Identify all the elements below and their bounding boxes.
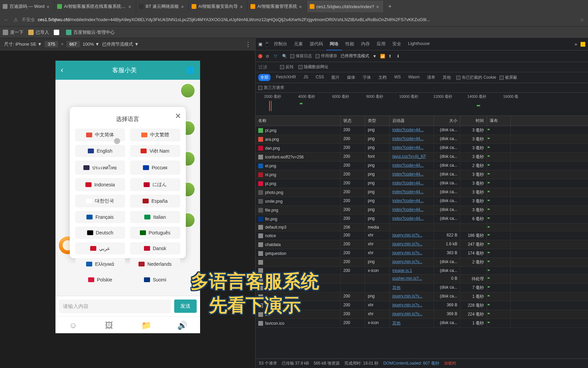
clear-icon[interactable]: ⊘ [266, 54, 271, 59]
browser-tab[interactable]: ces1.5rbjlwu.cfd/index/index?× [307, 1, 384, 12]
preserve-log-check[interactable]: 保留日志 [290, 53, 312, 59]
col-waterfall[interactable]: 瀑布 [487, 116, 511, 126]
download-icon[interactable]: ⬇ [396, 54, 401, 59]
col-initiator[interactable]: 启动器 [390, 116, 434, 126]
language-option[interactable]: عربي [75, 242, 126, 255]
nav-back-icon[interactable]: ← [3, 16, 10, 23]
language-option[interactable]: Việt Nam [130, 145, 180, 157]
globe-icon[interactable]: 🌐 [186, 66, 195, 74]
devtools-tab[interactable]: Lighthouse [405, 38, 433, 50]
table-row[interactable]: el.png 200 png index?code=44... (disk ca… [256, 162, 588, 170]
third-party-check[interactable]: 第三方请求 [258, 85, 284, 91]
table-row[interactable]: notice 200 xhr jquery.min.js?v... 622 B … [256, 231, 588, 240]
type-filter[interactable]: 全部 [258, 74, 271, 81]
tab-close-icon[interactable]: × [376, 4, 381, 9]
bookmark-item[interactable] [54, 29, 61, 35]
table-row[interactable]: smile.png 200 png index?code=44... (disk… [256, 197, 588, 206]
table-row[interactable]: pt.png 200 png index?code=44... (disk ca… [256, 126, 588, 135]
message-input[interactable] [59, 300, 171, 313]
more-tabs-icon[interactable]: » [575, 42, 577, 47]
type-filter[interactable]: 媒体 [345, 74, 357, 81]
table-row[interactable]: pl.png 200 png index?code=44... (disk ca… [256, 179, 588, 188]
type-filter[interactable]: Fetch/XHR [274, 74, 298, 81]
devtools-tab[interactable]: 控制台 [271, 38, 291, 50]
wifi-icon[interactable]: 📶 [380, 54, 385, 59]
throttle-select[interactable]: 已停用节流模式 [341, 53, 369, 59]
language-option[interactable]: Português [130, 227, 180, 239]
record-button[interactable] [258, 54, 262, 58]
table-row[interactable]: file.png 200 png index?code=44... (disk … [256, 206, 588, 215]
search-icon[interactable]: 🔍 [282, 54, 287, 59]
bookmark-item[interactable]: 百度智能云-管理中心 [66, 29, 115, 35]
bookmark-star-icon[interactable]: ☆ [578, 16, 585, 23]
device-select[interactable]: 尺寸: iPhone SE ▼ [4, 41, 42, 47]
table-row[interactable]: 200 png jquery.min.js?v... (disk ca... 2… [256, 258, 588, 267]
type-filter[interactable]: WS [392, 74, 403, 81]
invert-check[interactable]: 反转 [280, 64, 294, 70]
more-icon[interactable]: ⋮ [245, 41, 251, 48]
bookmark-item[interactable]: 度一下 [3, 29, 23, 35]
image-icon[interactable]: 🖼 [105, 321, 114, 329]
audio-icon[interactable]: 🔊 [177, 321, 186, 329]
back-icon[interactable]: ‹ [61, 66, 63, 75]
browser-tab[interactable]: Ai智能客服系统在线客服系统,多× [54, 1, 136, 12]
type-filter[interactable]: JS [301, 74, 310, 81]
col-status[interactable]: 状态 [341, 116, 365, 126]
table-row[interactable]: nl.png 200 png index?code=44... (disk ca… [256, 170, 588, 179]
browser-tab[interactable]: 百迪源码 — Word× [0, 1, 54, 12]
language-option[interactable]: Français [75, 211, 126, 223]
devtools-tab[interactable]: 性能 [342, 38, 358, 50]
inspect-icon[interactable]: ▣ [258, 42, 264, 47]
type-filter[interactable]: 文档 [376, 74, 389, 81]
col-name[interactable]: 名称 [256, 116, 341, 126]
tab-close-icon[interactable]: × [47, 4, 51, 9]
language-option[interactable]: Polskie [75, 274, 126, 286]
throttle-select[interactable]: 已停用节流模式 ▼ [102, 41, 138, 47]
language-option[interactable]: 대한민국 [75, 195, 126, 208]
language-option[interactable]: Italian [130, 211, 180, 223]
devtools-tab[interactable]: 元素 [291, 38, 306, 50]
blocked-check[interactable]: 被屏蔽 [500, 75, 517, 80]
type-filter[interactable]: Wasm [406, 74, 422, 81]
language-option[interactable]: Россия [130, 160, 180, 175]
language-option[interactable]: にほん [130, 178, 180, 191]
table-row[interactable]: chatdata 200 xhr jquery.min.js?v... 1.6 … [256, 240, 588, 249]
table-row[interactable]: iconfont.woff2?v=256 200 font layui.css?… [256, 153, 588, 162]
type-filter[interactable]: 图片 [329, 74, 342, 81]
tab-close-icon[interactable]: × [240, 4, 245, 9]
zoom-select[interactable]: 100% ▼ [83, 42, 100, 47]
language-option[interactable]: 中文繁體 [130, 128, 180, 141]
devtools-tab[interactable]: 网络 [326, 38, 342, 50]
language-option[interactable]: 中文简体 [75, 128, 126, 141]
devtools-tab[interactable]: 内存 [358, 38, 373, 50]
new-tab-button[interactable]: + [384, 3, 396, 10]
type-filter[interactable]: 清单 [425, 74, 437, 81]
cookie-check[interactable]: 有已拦截的 Cookie [456, 75, 496, 80]
language-option[interactable]: Suomi [130, 274, 180, 286]
disable-cache-check[interactable]: 停用缓存 [315, 53, 337, 59]
emoji-icon[interactable]: ☺ [69, 321, 78, 329]
hide-data-check[interactable]: 隐藏数据网址 [298, 64, 328, 70]
warning-badge[interactable] [581, 42, 585, 47]
filter-icon[interactable]: ▽ [274, 54, 279, 59]
tab-close-icon[interactable]: × [299, 4, 304, 9]
type-filter[interactable]: 字体 [361, 74, 373, 81]
device-toggle-icon[interactable]: 📱 [264, 42, 270, 47]
table-row[interactable]: default.mp3 206 media [256, 224, 588, 231]
timeline[interactable]: 2000 毫秒4000 毫秒6000 毫秒8000 毫秒10000 毫秒1200… [256, 93, 588, 116]
type-filter[interactable]: 其他 [441, 74, 453, 81]
tab-close-icon[interactable]: × [128, 4, 133, 9]
language-option[interactable]: Ελληνικά [75, 258, 126, 270]
col-size[interactable]: 大小 [434, 116, 460, 126]
language-option[interactable]: Indonesia [75, 178, 126, 191]
language-option[interactable]: English [75, 145, 126, 157]
table-row[interactable]: favicon.ico 200 x-icon 其他 (disk ca... 1 … [256, 319, 588, 328]
language-option[interactable]: Nederlands [130, 258, 180, 270]
browser-tab[interactable]: AI智能客服管理系统× [248, 1, 307, 12]
language-option[interactable]: España [130, 195, 180, 208]
security-warning-icon[interactable]: ⚠ [12, 16, 19, 23]
bookmark-item[interactable]: 已导入 [28, 29, 49, 35]
language-option[interactable]: Deutsch [75, 227, 126, 239]
url-text[interactable]: ces1.5rbjlwu.cfd/mobile/index?code=44Bly… [38, 17, 576, 22]
col-type[interactable]: 类型 [365, 116, 390, 126]
